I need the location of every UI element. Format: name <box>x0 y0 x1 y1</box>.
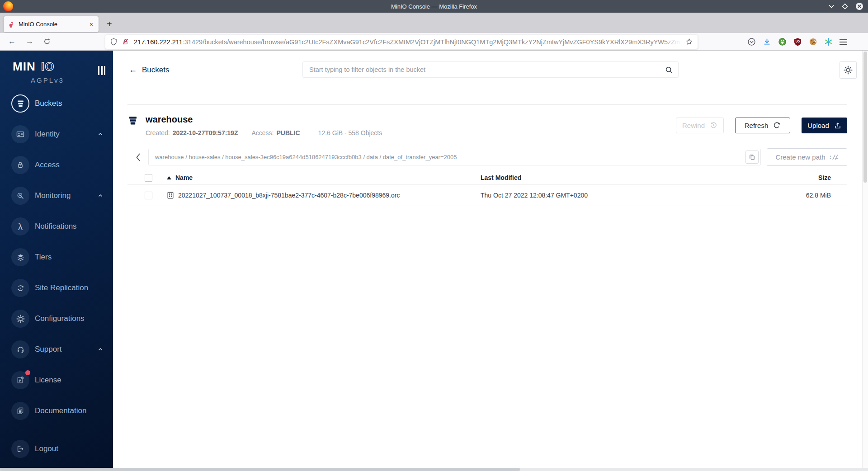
minio-logo: MIN IO AGPLv3 <box>0 51 113 84</box>
horizontal-scrollbar[interactable] <box>0 468 868 471</box>
browser-back-button[interactable]: ← <box>8 37 16 46</box>
asterisk-extension-icon[interactable] <box>824 38 833 46</box>
hamburger-menu-icon[interactable] <box>840 39 847 45</box>
tab-close-icon[interactable]: × <box>88 21 94 28</box>
svg-text:MIN: MIN <box>13 61 36 73</box>
chevron-up-icon[interactable] <box>98 347 103 352</box>
main-content: ← Buckets warehouse Created: <box>113 51 868 471</box>
identity-icon <box>11 125 29 143</box>
breadcrumb-path[interactable]: warehouse / house-sales / house_sales-3e… <box>155 154 745 160</box>
sidebar-item-buckets[interactable]: Buckets <box>0 88 113 119</box>
bucket-name: warehouse <box>146 114 382 125</box>
back-arrow-icon: ← <box>129 65 137 75</box>
sidebar-item-support[interactable]: Support <box>0 334 113 365</box>
minio-sidebar: MIN IO AGPLv3 Buckets Identity <box>0 51 113 471</box>
sidebar-item-license[interactable]: License <box>0 365 113 396</box>
sidebar-item-monitoring[interactable]: Monitoring <box>0 180 113 211</box>
browser-reload-button[interactable] <box>43 38 51 45</box>
refresh-icon <box>773 122 781 129</box>
minio-license-tag: AGPLv3 <box>31 76 113 84</box>
configurations-gear-icon <box>11 310 29 328</box>
tab-bar: MinIO Console × + <box>0 13 868 33</box>
copy-path-button[interactable] <box>745 151 759 164</box>
settings-button[interactable] <box>840 61 857 79</box>
column-header-size[interactable]: Size <box>734 174 831 181</box>
create-new-path-button[interactable]: Create new path <box>767 148 847 166</box>
row-checkbox[interactable] <box>145 192 152 199</box>
browser-tab-minio-console[interactable]: MinIO Console × <box>4 16 99 32</box>
access-label: Access: <box>251 129 274 137</box>
sort-ascending-icon[interactable] <box>167 176 171 179</box>
horizontal-scrollbar-thumb[interactable] <box>0 468 520 471</box>
bucket-browser-section: warehouse Created: 2022-10-27T09:57:19Z … <box>127 104 847 206</box>
table-header-row: Name Last Modified Size <box>127 171 847 185</box>
cookie-extension-icon[interactable] <box>809 38 817 46</box>
pocket-icon[interactable] <box>747 38 756 46</box>
extension-badger-icon[interactable] <box>778 38 787 46</box>
chevron-up-icon[interactable] <box>98 132 103 137</box>
insecure-lock-icon[interactable] <box>122 38 129 46</box>
column-header-name[interactable]: Name <box>175 174 193 181</box>
new-tab-button[interactable]: + <box>107 19 112 29</box>
bucket-meta: Created: 2022-10-27T09:57:19Z Access: PU… <box>146 129 382 137</box>
documentation-icon <box>11 402 29 420</box>
sidebar-item-site-replication[interactable]: Site Replication <box>0 273 113 303</box>
bucket-icon <box>127 115 138 126</box>
vertical-scrollbar[interactable] <box>862 51 868 468</box>
bookmark-star-icon[interactable] <box>685 38 693 46</box>
object-size: 62.8 MiB <box>734 192 831 199</box>
breadcrumb-box: warehouse / house-sales / house_sales-3e… <box>148 149 761 165</box>
sidebar-item-access[interactable]: Access <box>0 150 113 180</box>
url-bar[interactable]: 217.160.222.211:31429/buckets/warehouse/… <box>105 35 698 49</box>
sidebar-item-tiers[interactable]: Tiers <box>0 242 113 273</box>
window-titlebar: MinIO Console — Mozilla Firefox <box>0 0 868 13</box>
back-link-label: Buckets <box>142 66 169 75</box>
sidebar-collapse-icon[interactable] <box>98 66 106 75</box>
replication-sync-icon <box>11 279 29 297</box>
back-to-buckets-link[interactable]: ← Buckets <box>129 65 169 75</box>
firefox-logo-icon <box>3 1 13 11</box>
sidebar-item-documentation[interactable]: Documentation <box>0 396 113 426</box>
chevron-up-icon[interactable] <box>98 193 103 198</box>
monitoring-icon <box>11 187 29 205</box>
ublock-origin-icon[interactable]: UO <box>793 38 802 46</box>
refresh-button[interactable]: Refresh <box>735 118 790 133</box>
license-icon <box>11 371 29 389</box>
sidebar-item-identity[interactable]: Identity <box>0 119 113 150</box>
tab-title: MinIO Console <box>19 21 88 28</box>
window-minimize-button[interactable] <box>828 3 835 9</box>
browser-toolbar: ← → 217.160.222.211:31429/buckets/wareho… <box>0 33 868 51</box>
table-row[interactable]: 20221027_100737_00018_b8xji-7581bae2-377… <box>127 185 847 206</box>
filter-objects-input[interactable] <box>303 62 678 77</box>
sidebar-item-notifications[interactable]: λ Notifications <box>0 211 113 242</box>
new-path-icon <box>830 154 839 161</box>
sidebar-item-configurations[interactable]: Configurations <box>0 303 113 334</box>
bucket-stats: 12.6 GiB - 558 Objects <box>318 129 382 137</box>
column-header-modified[interactable]: Last Modified <box>481 174 734 181</box>
sidebar-item-logout[interactable]: Logout <box>0 433 113 464</box>
path-back-chevron[interactable] <box>134 152 146 163</box>
buckets-icon <box>11 94 29 113</box>
download-icon[interactable] <box>763 38 771 46</box>
shield-permissions-icon[interactable] <box>110 38 118 46</box>
object-file-icon <box>167 192 174 199</box>
minio-flamingo-favicon <box>8 21 15 28</box>
access-lock-icon <box>11 156 29 174</box>
search-box <box>302 61 679 78</box>
window-maximize-button[interactable] <box>842 3 848 9</box>
objects-table: Name Last Modified Size 20221027_100737_… <box>127 171 847 206</box>
browser-forward-button[interactable]: → <box>26 37 33 46</box>
window-close-button[interactable] <box>855 2 863 10</box>
url-text[interactable]: 217.160.222.211:31429/buckets/warehouse/… <box>134 38 682 46</box>
rewind-button[interactable]: Rewind <box>676 118 724 133</box>
logout-icon <box>11 440 29 458</box>
object-modified: Thu Oct 27 2022 12:08:47 GMT+0200 <box>481 192 734 199</box>
license-alert-badge <box>25 370 30 375</box>
rewind-icon <box>710 122 717 129</box>
window-title: MinIO Console — Mozilla Firefox <box>391 3 477 10</box>
select-all-checkbox[interactable] <box>145 174 152 182</box>
upload-icon <box>834 122 841 129</box>
upload-button[interactable]: Upload <box>802 118 847 133</box>
created-label: Created: <box>146 129 170 137</box>
vertical-scrollbar-thumb[interactable] <box>863 52 867 183</box>
